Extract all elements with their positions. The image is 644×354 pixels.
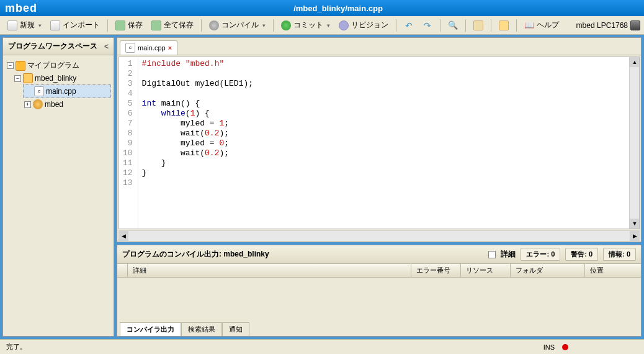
collapse-icon[interactable]: < [104, 42, 109, 51]
scroll-down-icon[interactable]: ▼ [630, 219, 640, 229]
c-file-icon: c [125, 43, 135, 53]
find-button[interactable]: 🔍 [444, 19, 462, 32]
folder-icon [16, 61, 25, 71]
new-button[interactable]: 新規▾ [4, 18, 45, 32]
file-path: /mbed_blinky/main.cpp [37, 4, 639, 13]
tab-compiler-output[interactable]: コンパイラ出力 [120, 322, 181, 336]
binoculars-icon: 🔍 [448, 20, 458, 30]
undo-button[interactable]: ↶ [400, 19, 418, 32]
detail-checkbox[interactable] [488, 251, 496, 258]
horizontal-scrollbar[interactable]: ◀ ▶ [119, 230, 640, 240]
workspace-tree: − マイプログラム − mbed_blinky c main.cpp + mbe… [3, 55, 114, 336]
close-tab-icon[interactable]: × [168, 44, 172, 52]
output-title: プログラムのコンパイル出力: mbed_blinky [122, 249, 269, 260]
separator [516, 19, 517, 32]
separator [107, 19, 108, 32]
tab-search-results[interactable]: 検索結果 [181, 322, 222, 336]
tree-lib[interactable]: + mbed [23, 98, 111, 111]
errors-count[interactable]: エラー: 0 [521, 248, 560, 261]
separator [465, 19, 466, 32]
editor-tab[interactable]: c main.cpp × [120, 40, 177, 55]
record-indicator-icon [562, 344, 568, 350]
scroll-up-icon[interactable]: ▲ [630, 57, 640, 67]
print-button[interactable] [470, 19, 487, 32]
output-header: プログラムのコンパイル出力: mbed_blinky 詳細 エラー: 0 警告:… [117, 245, 641, 264]
redo-button[interactable]: ↷ [419, 19, 436, 32]
status-bar: 完了。 INS [0, 339, 644, 354]
save-all-button[interactable]: 全て保存 [148, 18, 197, 32]
infos-count[interactable]: 情報: 0 [603, 248, 636, 261]
twist-minus-icon[interactable]: − [7, 62, 14, 69]
scroll-left-icon[interactable]: ◀ [119, 231, 128, 241]
vertical-scrollbar[interactable]: ▲ ▼ [629, 57, 639, 229]
editor-tabs: c main.cpp × [117, 38, 641, 55]
twist-minus-icon[interactable]: − [14, 75, 21, 82]
warnings-count[interactable]: 警告: 0 [565, 248, 598, 261]
status-text: 完了。 [6, 342, 27, 352]
col-folder[interactable]: フォルダ [511, 264, 585, 277]
separator [491, 19, 491, 32]
scroll-right-icon[interactable]: ▶ [630, 231, 640, 241]
col-errno[interactable]: エラー番号 [411, 264, 461, 277]
save-button[interactable]: 保存 [112, 18, 146, 32]
revision-button[interactable]: リビジョン [335, 18, 392, 32]
device-label[interactable]: mbed LPC1768 [576, 21, 628, 30]
commit-button[interactable]: コミット▾ [277, 18, 334, 32]
output-panel: プログラムのコンパイル出力: mbed_blinky 詳細 エラー: 0 警告:… [117, 245, 642, 337]
col-resource[interactable]: リソース [461, 264, 511, 277]
project-icon [23, 73, 33, 83]
chevron-down-icon: ▾ [262, 22, 266, 29]
editor-column: c main.cpp × 12345678910111213 #include … [117, 37, 642, 337]
workspace-panel: プログラムワークスペース < − マイプログラム − mbed_blinky c… [2, 37, 114, 337]
separator [396, 19, 396, 32]
app-brand: mbed [5, 2, 37, 15]
new-file-icon [7, 20, 17, 30]
gear-icon [209, 20, 219, 30]
col-detail[interactable]: 詳細 [128, 264, 411, 277]
chevron-down-icon: ▾ [327, 22, 330, 29]
editor-panel: c main.cpp × 12345678910111213 #include … [117, 37, 642, 242]
book-icon: 📖 [524, 20, 534, 30]
line-gutter: 12345678910111213 [119, 57, 138, 229]
main-toolbar: 新規▾ インポート 保存 全て保存 コンパイル▾ コミット▾ リビジョン ↶ ↷… [0, 16, 644, 35]
undo-icon: ↶ [404, 20, 414, 30]
main-area: プログラムワークスペース < − マイプログラム − mbed_blinky c… [0, 35, 644, 339]
wrench-icon [499, 20, 509, 30]
import-icon [50, 20, 60, 30]
workspace-header: プログラムワークスペース < [3, 38, 114, 55]
col-position[interactable]: 位置 [585, 264, 641, 277]
tree-project[interactable]: − mbed_blinky [13, 72, 111, 84]
insert-mode: INS [543, 343, 555, 351]
chevron-down-icon: ▾ [38, 22, 42, 29]
table-header: 詳細 エラー番号 リソース フォルダ 位置 [117, 264, 641, 278]
tab-notifications[interactable]: 通知 [222, 322, 249, 336]
tree-root[interactable]: − マイプログラム [6, 59, 111, 72]
save-all-icon [151, 20, 161, 30]
gear-icon [33, 99, 43, 109]
separator [440, 19, 441, 32]
c-file-icon: c [34, 86, 44, 96]
output-table: 詳細 エラー番号 リソース フォルダ 位置 [117, 264, 641, 322]
separator [201, 19, 202, 32]
import-button[interactable]: インポート [47, 18, 104, 32]
compile-button[interactable]: コンパイル▾ [205, 18, 269, 32]
tree-file-selected[interactable]: c main.cpp [23, 84, 111, 98]
print-icon [473, 20, 483, 30]
help-button[interactable]: 📖ヘルプ [521, 18, 563, 32]
twist-plus-icon[interactable]: + [24, 101, 31, 108]
output-tabs: コンパイラ出力 検索結果 通知 [117, 322, 641, 336]
separator [273, 19, 274, 32]
chip-icon[interactable] [630, 20, 640, 30]
commit-icon [281, 20, 291, 30]
redo-icon: ↷ [423, 20, 432, 30]
revision-icon [339, 20, 349, 30]
code-editor[interactable]: 12345678910111213 #include "mbed.h" Digi… [119, 57, 640, 229]
save-icon [115, 20, 125, 30]
code-content[interactable]: #include "mbed.h" DigitalOut myled(LED1)… [138, 57, 639, 229]
title-bar: mbed /mbed_blinky/main.cpp [0, 0, 644, 16]
col-icon[interactable] [117, 264, 128, 277]
tool-button[interactable] [495, 19, 512, 32]
